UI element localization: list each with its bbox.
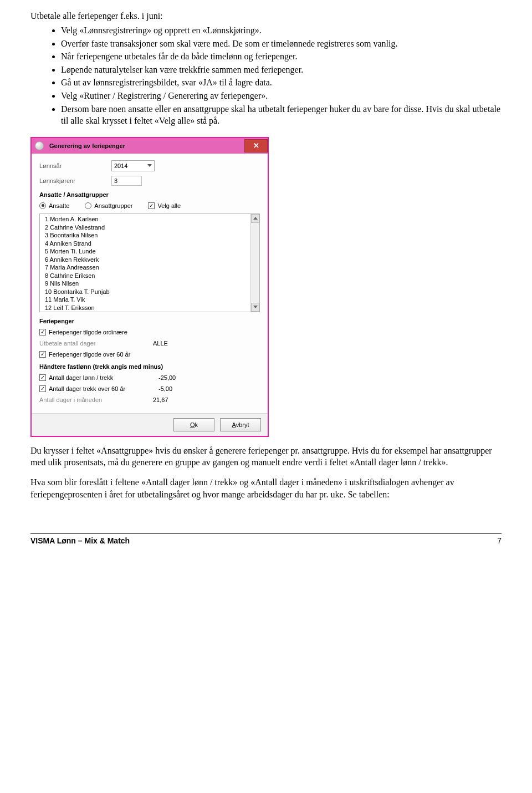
list-item[interactable]: 6 Anniken Rekkverk [45,256,99,263]
section-ansatte-heading: Ansatte / Ansattgrupper [39,191,260,198]
ok-button[interactable]: Ok [173,418,214,431]
checkbox-antall-dager-lonn[interactable]: Antall dager lønn / trekk [39,374,153,381]
footer-title: VISMA Lønn – Mix & Match [30,536,130,545]
titlebar[interactable]: Generering av feriepenger ✕ [32,138,268,154]
year-value: 2014 [114,162,127,169]
list-item[interactable]: 11 Maria T. Vik [45,296,85,303]
run-label: Lønnskjørenr [39,177,111,184]
bullet-list: Velg «Lønnsregistrering» og opprett en «… [61,24,502,127]
employee-listbox[interactable]: 1 Morten A. Karlsen 2 Cathrine Vallestra… [39,214,260,312]
chk-antdag-label: Antall dager lønn / trekk [49,374,113,381]
chevron-down-icon [147,164,152,167]
antall-dager-over-60-value[interactable]: -5,00 [158,385,172,392]
year-select[interactable]: 2014 [111,160,155,171]
scrollbar[interactable] [250,214,259,312]
checkbox-icon [148,202,155,209]
list-item[interactable]: 5 Morten Ti. Lunde [45,248,96,255]
list-item[interactable]: 12 Leif T. Eriksson [45,304,95,311]
dialog-body: Lønnsår 2014 Lønnskjørenr 3 Ansatte / An… [32,154,268,413]
app-icon [35,141,44,150]
run-value: 3 [114,177,117,184]
dialog-window: Generering av feriepenger ✕ Lønnsår 2014… [30,137,269,437]
checkbox-icon [39,351,46,358]
list-item[interactable]: 8 Cathrine Eriksen [45,272,95,279]
checkbox-antall-dager-over-60[interactable]: Antall dager trekk over 60 år [39,385,153,392]
bullet-item: Gå ut av lønnsregistreringsbildet, svar … [61,77,502,89]
list-item[interactable]: 9 Nils Nilsen [45,280,79,287]
radio-grupper-label: Ansattgrupper [94,202,132,209]
year-label: Lønnsår [39,162,111,169]
scroll-up-button[interactable] [251,214,259,223]
list-item[interactable]: 3 Boontarika Nilsen [45,232,98,238]
utbetale-dager-value: ALLE [153,340,168,347]
dialog-title: Generering av feriepenger [49,143,244,149]
bullet-item: Overfør faste transaksjoner som skal vær… [61,38,502,50]
list-item[interactable]: 10 Boontarika T. Punjab [45,288,110,295]
antall-dager-maned-value: 21,67 [153,396,168,403]
bullet-item: Velg «Lønnsregistrering» og opprett en «… [61,24,502,37]
radio-ansattgrupper[interactable]: Ansattgrupper [85,202,132,209]
cancel-button[interactable]: Avbryt [220,418,261,431]
radio-icon [85,202,91,209]
body-paragraph: Du krysser i feltet «Ansattgruppe» hvis … [30,445,502,469]
bullet-item: Dersom bare noen ansatte eller en ansatt… [61,103,502,127]
list-item[interactable]: 4 Anniken Strand [45,240,91,247]
run-field[interactable]: 3 [111,176,142,186]
doc-heading: Utbetale alle feriepenger f.eks. i juni: [30,11,502,21]
section-feriepenger-heading: Feriepenger [39,318,260,324]
checkbox-velg-alle[interactable]: Velg alle [148,202,181,209]
checkbox-feriepenger-ordinaere[interactable]: Feriepenger tilgode ordinære [39,329,127,336]
checkbox-feriepenger-over-60[interactable]: Feriepenger tilgode over 60 år [39,351,130,358]
velgalle-label: Velg alle [157,202,181,209]
list-item[interactable]: 7 Maria Andreassen [45,264,99,271]
section-fastlonn-heading: Håndtere fastlønn (trekk angis med minus… [39,363,260,370]
radio-ansatte-label: Ansatte [49,202,69,209]
checkbox-icon [39,385,46,392]
bullet-item: Løpende naturalytelser kan være trekkfri… [61,64,502,76]
page-number: 7 [497,536,502,545]
checkbox-icon [39,374,46,381]
chk-over60-label: Feriepenger tilgode over 60 år [49,351,130,358]
arrow-down-icon [253,306,258,308]
chk-ord-label: Feriepenger tilgode ordinære [49,329,127,336]
bullet-item: Velg «Rutiner / Registrering / Genererin… [61,90,502,102]
antall-dager-lonn-value[interactable]: -25,00 [158,374,176,381]
scroll-down-button[interactable] [251,303,259,312]
antall-dager-maned-label: Antall dager i måneden [39,396,153,403]
radio-ansatte[interactable]: Ansatte [39,202,69,209]
checkbox-icon [39,329,46,336]
radio-icon [39,202,46,209]
close-button[interactable]: ✕ [244,139,268,152]
chk-over60trekk-label: Antall dager trekk over 60 år [49,385,125,392]
utbetale-dager-label: Utbetale antall dager [39,340,153,347]
arrow-up-icon [253,217,258,220]
bullet-item: Når feriepengene utbetales får de da båd… [61,50,502,63]
dialog-button-row: Ok Avbryt [32,413,268,436]
page-footer: VISMA Lønn – Mix & Match 7 [30,533,502,545]
close-icon: ✕ [253,141,259,150]
list-item[interactable]: 2 Cathrine Vallestrand [45,224,105,231]
list-item[interactable]: 1 Morten A. Karlsen [45,216,99,222]
body-paragraph: Hva som blir foreslått i feltene «Antall… [30,476,502,500]
